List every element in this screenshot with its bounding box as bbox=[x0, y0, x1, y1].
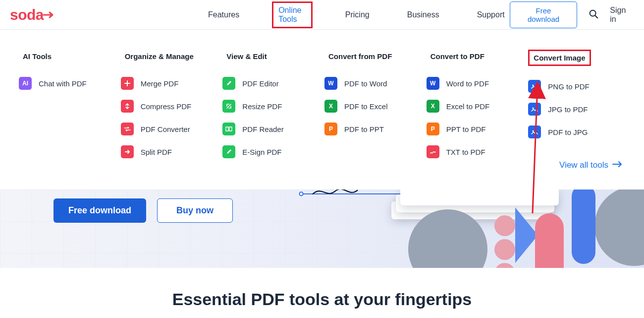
shape-dot bbox=[494, 239, 515, 260]
menu-item-jpg-to-pdf[interactable]: JPG to PDF bbox=[528, 103, 625, 116]
menu-item-label: PPT to PDF bbox=[446, 125, 486, 133]
nav-support[interactable]: Support bbox=[472, 7, 510, 22]
menu-item-pdf-to-jpg[interactable]: PDF to JPG bbox=[528, 126, 625, 138]
menu-item-excel-to-pdf[interactable]: X Excel to PDF bbox=[427, 100, 524, 113]
sign-icon bbox=[222, 145, 235, 158]
excel-icon: X bbox=[427, 100, 439, 113]
heading-convert-image: Convert Image bbox=[528, 50, 590, 66]
main-nav: Features Online Tools Pricing Business S… bbox=[203, 1, 510, 28]
excel-icon: X bbox=[324, 100, 337, 113]
menu-item-label: Excel to PDF bbox=[446, 102, 490, 111]
heading-convert-from: Convert from PDF bbox=[324, 50, 396, 63]
menu-item-label: E-Sign PDF bbox=[242, 148, 281, 156]
section-headline: Essential PDF tools at your fingertips bbox=[0, 290, 644, 309]
menu-item-split-pdf[interactable]: Split PDF bbox=[121, 145, 218, 158]
header-actions: Free download Sign in bbox=[510, 1, 632, 28]
menu-col-organize: Organize & Manage Merge PDF Compress PDF… bbox=[121, 50, 218, 168]
image-icon bbox=[528, 103, 541, 116]
view-all-tools-link[interactable]: View all tools bbox=[559, 160, 622, 170]
menu-item-label: Split PDF bbox=[141, 148, 172, 156]
shape-dot bbox=[494, 215, 515, 236]
word-icon: W bbox=[427, 77, 439, 90]
menu-item-label: PDF to Excel bbox=[344, 102, 388, 111]
convert-icon bbox=[121, 123, 134, 135]
nav-pricing[interactable]: Pricing bbox=[340, 7, 375, 22]
resize-icon bbox=[222, 100, 235, 113]
menu-item-label: PDF to PPT bbox=[344, 125, 384, 133]
arrow-right-icon bbox=[612, 160, 622, 170]
nav-features[interactable]: Features bbox=[203, 7, 244, 22]
menu-item-esign-pdf[interactable]: E-Sign PDF bbox=[222, 145, 320, 158]
menu-item-label: TXT to PDF bbox=[446, 148, 485, 156]
menu-col-convert-from: Convert from PDF W PDF to Word X PDF to … bbox=[324, 50, 422, 168]
menu-item-ppt-to-pdf[interactable]: P PPT to PDF bbox=[427, 123, 524, 135]
svg-point-3 bbox=[533, 130, 534, 132]
menu-col-convert-to: Convert to PDF W Word to PDF X Excel to … bbox=[427, 50, 524, 168]
svg-point-2 bbox=[533, 108, 534, 109]
menu-item-label: Compress PDF bbox=[141, 102, 192, 111]
menu-item-merge-pdf[interactable]: Merge PDF bbox=[121, 77, 218, 90]
menu-col-ai-tools: AI Tools AI Chat with PDF bbox=[19, 50, 116, 168]
heading-convert-to: Convert to PDF bbox=[427, 50, 488, 63]
menu-item-png-to-pdf[interactable]: PNG to PDF bbox=[528, 80, 625, 93]
menu-item-label: PNG to PDF bbox=[548, 82, 589, 91]
menu-item-label: PDF to Word bbox=[344, 79, 387, 88]
sign-in-link[interactable]: Sign in bbox=[610, 6, 632, 24]
hero-cta-row: Free download Buy now bbox=[54, 198, 233, 223]
book-icon bbox=[222, 123, 235, 135]
menu-item-label: Merge PDF bbox=[141, 79, 179, 88]
menu-item-pdf-converter[interactable]: PDF Converter bbox=[121, 123, 218, 135]
shape-triangle bbox=[515, 207, 533, 263]
menu-item-label: PDF Reader bbox=[242, 125, 283, 133]
top-header: soda Features Online Tools Pricing Busin… bbox=[0, 0, 644, 30]
search-icon[interactable] bbox=[588, 8, 599, 21]
heading-view-edit: View & Edit bbox=[222, 50, 270, 63]
menu-item-pdf-to-ppt[interactable]: P PDF to PPT bbox=[324, 123, 422, 135]
ai-icon: AI bbox=[19, 77, 32, 90]
shape-pill bbox=[535, 213, 564, 268]
txt-icon bbox=[427, 145, 439, 158]
online-tools-dropdown: AI Tools AI Chat with PDF Organize & Man… bbox=[0, 30, 644, 183]
arrow-right-icon bbox=[43, 6, 54, 23]
compress-icon bbox=[121, 100, 134, 113]
menu-item-label: PDF Editor bbox=[242, 79, 278, 88]
plus-icon bbox=[121, 77, 134, 90]
nav-business[interactable]: Business bbox=[402, 7, 444, 22]
menu-item-label: JPG to PDF bbox=[548, 105, 588, 114]
heading-ai-tools: AI Tools bbox=[19, 50, 55, 63]
view-all-label: View all tools bbox=[559, 160, 608, 170]
hero-free-download-button[interactable]: Free download bbox=[54, 198, 146, 223]
menu-item-chat-with-pdf[interactable]: AI Chat with PDF bbox=[19, 77, 116, 90]
menu-col-view-edit: View & Edit PDF Editor Resize PDF PDF Re… bbox=[222, 50, 320, 168]
shape-circle bbox=[594, 190, 644, 266]
free-download-button[interactable]: Free download bbox=[510, 1, 578, 28]
shape-pill bbox=[572, 190, 595, 264]
split-icon bbox=[121, 145, 134, 158]
ppt-icon: P bbox=[427, 123, 439, 135]
menu-item-word-to-pdf[interactable]: W Word to PDF bbox=[427, 77, 524, 90]
brand-name: soda bbox=[10, 6, 44, 23]
menu-item-label: Resize PDF bbox=[242, 102, 282, 111]
menu-item-compress-pdf[interactable]: Compress PDF bbox=[121, 100, 218, 113]
ppt-icon: P bbox=[324, 123, 337, 135]
menu-item-label: Word to PDF bbox=[446, 79, 489, 88]
pencil-icon bbox=[222, 77, 235, 90]
image-icon bbox=[528, 126, 541, 138]
shape-dot bbox=[494, 263, 515, 268]
nav-online-tools[interactable]: Online Tools bbox=[272, 1, 313, 28]
svg-point-1 bbox=[533, 85, 534, 86]
heading-organize: Organize & Manage bbox=[121, 50, 198, 63]
menu-col-convert-image: Convert Image PNG to PDF JPG to PDF PDF … bbox=[528, 50, 625, 168]
word-icon: W bbox=[324, 77, 337, 90]
menu-item-resize-pdf[interactable]: Resize PDF bbox=[222, 100, 320, 113]
menu-item-pdf-reader[interactable]: PDF Reader bbox=[222, 123, 320, 135]
menu-item-pdf-to-word[interactable]: W PDF to Word bbox=[324, 77, 422, 90]
menu-item-label: PDF Converter bbox=[141, 125, 190, 133]
menu-item-pdf-to-excel[interactable]: X PDF to Excel bbox=[324, 100, 422, 113]
menu-item-pdf-editor[interactable]: PDF Editor bbox=[222, 77, 320, 90]
svg-point-5 bbox=[300, 192, 303, 195]
hero-buy-now-button[interactable]: Buy now bbox=[157, 198, 233, 223]
brand-logo[interactable]: soda bbox=[10, 6, 54, 23]
menu-item-txt-to-pdf[interactable]: TXT to PDF bbox=[427, 145, 524, 158]
menu-item-label: PDF to JPG bbox=[548, 128, 588, 136]
